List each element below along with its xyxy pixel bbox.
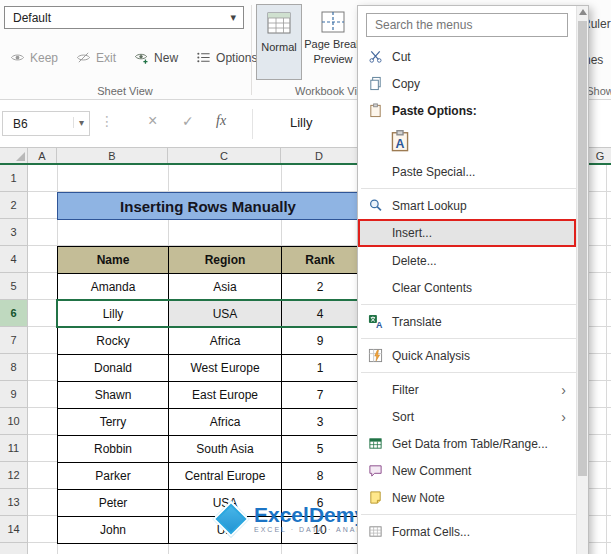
active-cell[interactable]: Lilly	[58, 301, 169, 328]
menu-item-new-comment[interactable]: New Comment	[358, 457, 576, 484]
cell-name[interactable]: Parker	[58, 463, 169, 490]
cell-region[interactable]: Asia	[169, 274, 282, 301]
cell-name[interactable]: Shawn	[58, 382, 169, 409]
row-header-1[interactable]: 1	[0, 165, 27, 192]
exit-label: Exit	[96, 51, 116, 65]
menu-item-quick-analysis[interactable]: Quick Analysis	[358, 342, 576, 369]
cell-region[interactable]: East Europe	[169, 382, 282, 409]
keep-button[interactable]: Keep	[10, 50, 58, 65]
cell-rank[interactable]: 1	[282, 355, 359, 382]
menu-item-paste-special[interactable]: Paste Special...	[358, 158, 576, 185]
formula-bar-grip-icon: ⋮	[100, 113, 114, 129]
cell-name[interactable]: John	[58, 517, 169, 544]
enter-icon[interactable]: ✓	[182, 113, 194, 129]
menu-item-label: New Note	[392, 491, 445, 505]
menu-separator	[361, 372, 576, 373]
cell-rank[interactable]: 7	[282, 382, 359, 409]
table-header-region[interactable]: Region	[169, 247, 282, 274]
menu-search-box[interactable]	[366, 13, 568, 37]
sheet-view-group-label: Sheet View	[0, 85, 250, 97]
menu-item-format-cells[interactable]: Format Cells...	[358, 518, 576, 545]
row-header-14[interactable]: 14	[0, 516, 27, 543]
cancel-icon[interactable]: ×	[148, 112, 157, 130]
menu-item-label: Get Data from Table/Range...	[392, 437, 548, 451]
row-header-5[interactable]: 5	[0, 273, 27, 300]
cell-name[interactable]: Peter	[58, 490, 169, 517]
cell-rank[interactable]: 3	[282, 409, 359, 436]
cell-name[interactable]: Robbin	[58, 436, 169, 463]
format-cells-icon	[366, 523, 384, 541]
cell-name[interactable]: Terry	[58, 409, 169, 436]
cell-region[interactable]: Central Europe	[169, 463, 282, 490]
cell-region[interactable]: Africa	[169, 409, 282, 436]
table-row: Rocky Africa 9	[58, 328, 359, 355]
column-header-d[interactable]: D	[281, 148, 358, 163]
cell-rank[interactable]: 9	[282, 328, 359, 355]
name-box[interactable]: B6 ▾	[2, 111, 90, 136]
menu-item-cut[interactable]: Cut	[358, 43, 576, 70]
menu-search-input[interactable]	[367, 14, 567, 36]
row-headers: 1 2 3 4 5 6 7 8 9 10 11 12 13 14	[0, 165, 28, 554]
menu-item-translate[interactable]: A Translate	[358, 308, 576, 335]
row-header-4[interactable]: 4	[0, 246, 27, 273]
column-header-g[interactable]: G	[589, 148, 611, 163]
row-header-7[interactable]: 7	[0, 327, 27, 354]
menu-item-smart-lookup[interactable]: Smart Lookup	[358, 192, 576, 219]
cell-rank[interactable]: 4	[282, 301, 359, 328]
table-header-rank[interactable]: Rank	[282, 247, 359, 274]
cell-region[interactable]: Africa	[169, 328, 282, 355]
menu-item-label: Insert...	[392, 226, 432, 240]
normal-view-button[interactable]: Normal	[256, 4, 302, 80]
cell-region[interactable]: West Europe	[169, 355, 282, 382]
cell-name[interactable]: Amanda	[58, 274, 169, 301]
new-sheet-view-label: New	[154, 51, 178, 65]
cell-region[interactable]: South Asia	[169, 436, 282, 463]
paste-button[interactable]: A	[388, 128, 412, 154]
page-break-preview-button[interactable]: Page Break Preview	[304, 4, 362, 80]
row-header-13[interactable]: 13	[0, 489, 27, 516]
page-break-preview-label-line1: Page Break	[304, 38, 361, 50]
row-header-8[interactable]: 8	[0, 354, 27, 381]
formula-bar-divider	[252, 109, 253, 139]
cell-rank[interactable]: 8	[282, 463, 359, 490]
menu-item-delete[interactable]: Delete...	[358, 247, 576, 274]
menu-item-filter[interactable]: Filter ›	[358, 376, 576, 403]
worksheet-title-cell[interactable]: Inserting Rows Manually	[57, 192, 359, 220]
column-header-b[interactable]: B	[57, 148, 168, 163]
scrollbar-thumb[interactable]	[578, 21, 587, 476]
cell-name[interactable]: Donald	[58, 355, 169, 382]
column-header-a[interactable]: A	[28, 148, 57, 163]
ribbon-group-divider	[251, 5, 252, 95]
row-header-10[interactable]: 10	[0, 408, 27, 435]
cell-rank[interactable]: 5	[282, 436, 359, 463]
row-header-12[interactable]: 12	[0, 462, 27, 489]
sheet-view-selector[interactable]: Default ▾	[4, 6, 244, 29]
formula-bar-value[interactable]: Lilly	[290, 115, 312, 130]
cell-name[interactable]: Rocky	[58, 328, 169, 355]
insert-function-icon[interactable]: fx	[216, 113, 226, 129]
cell-rank[interactable]: 2	[282, 274, 359, 301]
table-header-name[interactable]: Name	[58, 247, 169, 274]
menu-item-new-note[interactable]: New Note	[358, 484, 576, 511]
exit-button[interactable]: Exit	[76, 50, 116, 65]
select-all-button[interactable]	[0, 148, 28, 163]
options-button[interactable]: Options	[196, 50, 257, 65]
menu-scrollbar[interactable]	[576, 6, 588, 554]
cell-region[interactable]: USA	[169, 301, 282, 328]
menu-item-get-data[interactable]: Get Data from Table/Range...	[358, 430, 576, 457]
row-header-2[interactable]: 2	[0, 192, 27, 219]
scroll-up-icon[interactable]	[579, 9, 587, 15]
row-header-3[interactable]: 3	[0, 219, 27, 246]
menu-item-clear-contents[interactable]: Clear Contents	[358, 274, 576, 301]
menu-item-copy[interactable]: Copy	[358, 70, 576, 97]
row-header-6[interactable]: 6	[0, 300, 27, 327]
column-header-c[interactable]: C	[168, 148, 281, 163]
menu-item-sort[interactable]: Sort ›	[358, 403, 576, 430]
new-sheet-view-button[interactable]: New	[134, 50, 178, 65]
row-header-9[interactable]: 9	[0, 381, 27, 408]
gridline	[606, 165, 607, 554]
menu-item-label: Filter	[392, 383, 419, 397]
row-header-11[interactable]: 11	[0, 435, 27, 462]
menu-item-insert[interactable]: Insert...	[358, 219, 576, 247]
chevron-down-icon: ▾	[230, 11, 236, 24]
